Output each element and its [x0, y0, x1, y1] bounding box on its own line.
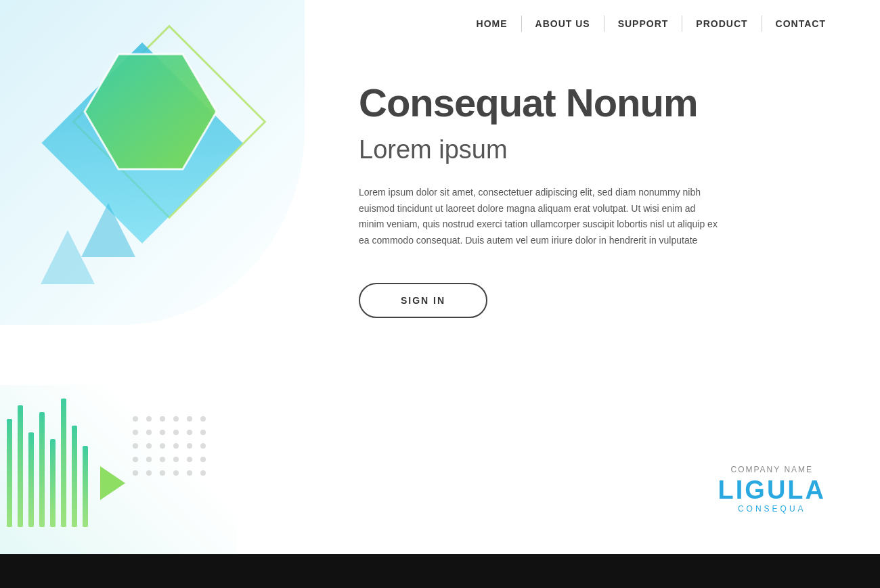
nav-home[interactable]: HOME: [463, 18, 521, 29]
hero-description: Lorem ipsum dolor sit amet, consectetuer…: [359, 185, 718, 249]
svg-point-15: [133, 416, 138, 422]
svg-point-19: [187, 416, 192, 422]
svg-rect-7: [18, 405, 23, 527]
svg-point-16: [146, 416, 152, 422]
nav-contact[interactable]: CONTACT: [762, 18, 839, 29]
sign-in-button[interactable]: SIGN IN: [359, 283, 487, 318]
svg-point-39: [133, 470, 138, 476]
nav-product[interactable]: PRODUCT: [682, 18, 761, 29]
main-content: Consequat Nonum Lorem ipsum Lorem ipsum …: [359, 81, 846, 318]
decorative-shapes-svg: [0, 0, 338, 338]
svg-point-24: [173, 430, 179, 435]
svg-rect-13: [83, 446, 88, 527]
svg-point-42: [173, 470, 179, 476]
svg-point-17: [160, 416, 165, 422]
svg-point-27: [133, 443, 138, 449]
svg-point-44: [200, 470, 206, 476]
svg-point-33: [133, 457, 138, 462]
svg-rect-9: [39, 412, 45, 527]
svg-rect-12: [72, 426, 77, 527]
svg-point-28: [146, 443, 152, 449]
company-logo: COMPANY NAME LIGULA CONSEQUA: [718, 465, 826, 514]
hero-title: Consequat Nonum: [359, 81, 846, 125]
svg-point-37: [187, 457, 192, 462]
shapes-container: [0, 0, 338, 338]
svg-point-43: [187, 470, 192, 476]
bottom-bar: [0, 554, 880, 588]
svg-point-23: [160, 430, 165, 435]
svg-point-31: [187, 443, 192, 449]
svg-point-30: [173, 443, 179, 449]
svg-point-25: [187, 430, 192, 435]
nav-support[interactable]: SUPPORT: [604, 18, 682, 29]
nav-about[interactable]: ABOUT US: [522, 18, 604, 29]
bottom-deco: [0, 378, 217, 554]
svg-point-40: [146, 470, 152, 476]
svg-point-22: [146, 430, 152, 435]
hero-subtitle: Lorem ipsum: [359, 135, 846, 164]
navbar: HOME ABOUT US SUPPORT PRODUCT CONTACT: [406, 0, 880, 47]
svg-point-32: [200, 443, 206, 449]
company-label: COMPANY NAME: [718, 465, 826, 474]
svg-point-36: [173, 457, 179, 462]
svg-rect-10: [50, 439, 56, 527]
svg-point-26: [200, 430, 206, 435]
svg-point-41: [160, 470, 165, 476]
svg-point-34: [146, 457, 152, 462]
svg-point-18: [173, 416, 179, 422]
svg-point-38: [200, 457, 206, 462]
svg-rect-8: [28, 432, 34, 527]
svg-point-21: [133, 430, 138, 435]
svg-rect-11: [61, 399, 66, 527]
svg-point-35: [160, 457, 165, 462]
svg-point-20: [200, 416, 206, 422]
svg-point-29: [160, 443, 165, 449]
svg-rect-6: [7, 419, 12, 527]
svg-marker-14: [100, 466, 125, 500]
company-name: LIGULA: [718, 477, 826, 503]
bottom-bars-svg: [0, 378, 217, 554]
company-sub: CONSEQUA: [718, 504, 826, 514]
